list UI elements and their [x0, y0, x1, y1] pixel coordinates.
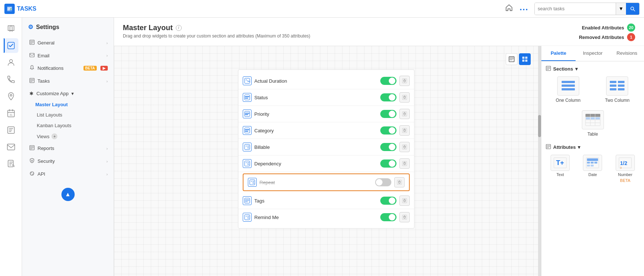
- tab-inspector[interactable]: Inspector: [576, 46, 610, 61]
- svg-rect-62: [591, 117, 595, 119]
- status-toggle[interactable]: [380, 93, 396, 101]
- palette-attr-text[interactable]: T+ Text: [546, 155, 574, 183]
- svg-rect-56: [586, 114, 600, 117]
- svg-rect-63: [595, 117, 600, 119]
- content-title: Master Layout i: [123, 24, 310, 32]
- remind-me-toggle[interactable]: [380, 213, 396, 221]
- tab-revisions[interactable]: Revisions: [610, 46, 644, 61]
- palette-attr-number[interactable]: 1/2 3 Number BETA: [611, 155, 640, 183]
- svg-rect-72: [587, 165, 590, 166]
- sidebar-item-list-layouts[interactable]: List Layouts: [22, 110, 114, 120]
- palette-table[interactable]: Table: [582, 110, 604, 137]
- grid-view-button[interactable]: [519, 53, 531, 65]
- palette-table-wrapper: Table: [546, 110, 640, 137]
- actual-duration-toggle[interactable]: [380, 77, 396, 85]
- sidebar-item-master-layout[interactable]: Master Layout: [22, 100, 114, 110]
- svg-rect-46: [562, 81, 575, 83]
- info-icon[interactable]: i: [176, 25, 182, 31]
- views-add-icon[interactable]: +: [51, 133, 57, 139]
- general-icon: [29, 40, 35, 46]
- sidebar-item-reports[interactable]: Reports ›: [22, 142, 114, 155]
- actual-duration-delete[interactable]: [399, 76, 410, 86]
- repeat-toggle[interactable]: [375, 178, 391, 186]
- more-options-button[interactable]: [520, 4, 528, 13]
- tags-field-icon: [243, 196, 252, 205]
- billable-delete[interactable]: [399, 142, 410, 152]
- palette-two-column[interactable]: Two Column: [595, 76, 640, 103]
- search-dropdown-button[interactable]: ▼: [616, 3, 626, 15]
- sidebar-item-tasks[interactable]: Tasks ›: [22, 75, 114, 87]
- dependency-delete[interactable]: [399, 158, 410, 169]
- sidebar-email-label: Email: [38, 53, 103, 58]
- sections-heading: Sections ▾: [546, 66, 640, 72]
- nav-item-book[interactable]: [4, 21, 18, 36]
- nav-item-email[interactable]: [4, 140, 18, 154]
- search-go-button[interactable]: [626, 3, 639, 15]
- reports-icon: [29, 145, 35, 151]
- status-delete[interactable]: [399, 92, 410, 103]
- scroll-up-button[interactable]: ▲: [61, 188, 75, 201]
- category-toggle[interactable]: [380, 126, 396, 135]
- date-attr-icon: [583, 155, 602, 171]
- home-button[interactable]: [505, 4, 513, 14]
- nav-item-calendar[interactable]: 31: [4, 106, 18, 121]
- tab-palette[interactable]: Palette: [541, 46, 576, 61]
- search-input[interactable]: [535, 3, 616, 15]
- remind-me-delete[interactable]: [399, 212, 410, 222]
- svg-line-6: [633, 10, 635, 11]
- text-attr-icon: T+: [551, 155, 570, 171]
- sidebar-item-general[interactable]: General ›: [22, 36, 114, 49]
- app-logo[interactable]: TASKS: [4, 4, 36, 14]
- nav-item-phone[interactable]: [4, 72, 18, 87]
- sidebar-reports-label: Reports: [38, 146, 103, 151]
- svg-rect-54: [618, 88, 625, 90]
- nav-item-tasks[interactable]: [4, 38, 18, 53]
- nav-item-pin[interactable]: [4, 89, 18, 104]
- canvas-scrollbar[interactable]: [538, 46, 541, 276]
- repeat-delete[interactable]: [394, 177, 405, 187]
- content-subtitle: Drag and drop widgets to create your cus…: [123, 33, 310, 39]
- sidebar-item-email[interactable]: Email ›: [22, 49, 114, 62]
- sidebar-item-security[interactable]: Security ›: [22, 155, 114, 168]
- svg-point-9: [10, 94, 12, 96]
- category-delete[interactable]: [399, 125, 410, 136]
- search-container: ▼: [534, 3, 640, 15]
- attributes-summary: Enabled Attributes 20 Removed Attributes…: [579, 24, 635, 43]
- tags-toggle[interactable]: [380, 197, 396, 205]
- status-label: Status: [255, 95, 377, 100]
- customize-icon: ✱: [29, 91, 33, 96]
- billable-label: Billable: [255, 144, 377, 150]
- tasks-icon: [29, 78, 35, 84]
- right-panel: Palette Inspector Revisions Sections: [541, 46, 644, 276]
- one-column-icon: [557, 76, 579, 96]
- tags-delete[interactable]: [399, 196, 410, 206]
- palette-attr-date[interactable]: Date: [578, 155, 607, 183]
- actual-duration-field-icon: Te+: [243, 76, 252, 85]
- category-field-icon: [243, 126, 252, 135]
- nav-item-list[interactable]: [4, 123, 18, 137]
- sidebar-item-customize[interactable]: ✱ Customize App ▾: [22, 87, 114, 100]
- sidebar-tasks-label: Tasks: [38, 78, 103, 84]
- priority-toggle[interactable]: [380, 110, 396, 118]
- svg-rect-61: [586, 117, 590, 119]
- repeat-label: Repeat: [260, 180, 372, 185]
- priority-delete[interactable]: [399, 109, 410, 119]
- svg-rect-43: [245, 215, 250, 220]
- sidebar-notifications-label: Notifications: [38, 65, 79, 71]
- single-view-button[interactable]: [506, 53, 517, 65]
- dependency-toggle[interactable]: [380, 159, 396, 168]
- attributes-expand-icon: ▾: [578, 144, 580, 150]
- billable-toggle[interactable]: [380, 143, 396, 151]
- sidebar-item-kanban-layouts[interactable]: Kanban Layouts: [22, 120, 114, 131]
- palette-one-column[interactable]: One Column: [546, 76, 591, 103]
- sidebar: ⚙ Settings General › Email ›: [22, 18, 114, 276]
- nav-item-notes[interactable]: [4, 157, 18, 171]
- svg-point-8: [10, 60, 13, 62]
- priority-label: Priority: [255, 111, 377, 117]
- sidebar-item-notifications[interactable]: Notifications BETA ▶: [22, 62, 114, 75]
- svg-rect-53: [610, 88, 616, 90]
- sidebar-item-api[interactable]: API ›: [22, 168, 114, 180]
- nav-item-contacts[interactable]: [4, 55, 18, 70]
- number-beta-label: BETA: [620, 178, 630, 183]
- sidebar-item-views[interactable]: Views +: [22, 131, 114, 142]
